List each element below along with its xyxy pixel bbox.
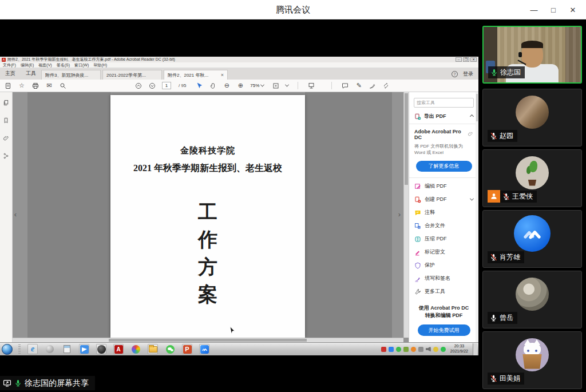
page-up-icon[interactable] [134,82,142,90]
file-explorer-icon[interactable] [148,344,158,354]
doc-tab-3-active[interactable]: 附件2、2021 年秋... × [164,70,228,80]
tool-comment[interactable]: 注释 [409,206,478,219]
horizontal-scrollbar[interactable] [13,338,403,342]
bookmarks-icon[interactable] [3,116,9,126]
comment-icon[interactable] [341,82,349,90]
tray-icon-orange[interactable] [411,347,416,352]
pencil-icon[interactable]: ✎ [355,82,363,90]
document-viewport[interactable]: 金陵科技学院 2021 年秋季学期新生报到、老生返校 工 作 方 案 [13,92,409,342]
layers-icon[interactable] [3,151,9,161]
tool-combine-files[interactable]: 合并文件 [409,219,478,232]
participant-tile-host[interactable]: 王爱侠 [482,149,582,207]
acrobat-reader-icon[interactable]: A [113,344,124,354]
doc-tab-label: 附件3、新冠肺炎疫... [45,72,97,78]
participant-name-pill: 徐志国 [488,66,525,78]
tool-more-tools[interactable]: 更多工具 [409,285,478,298]
tray-icon-shield[interactable] [403,347,409,352]
browser-sphere-icon[interactable] [96,344,106,354]
start-button[interactable] [2,344,13,355]
menu-window[interactable]: 窗口(W) [74,62,89,68]
maximize-button[interactable]: □ [544,0,563,19]
menu-help[interactable]: 帮助(H) [93,62,107,68]
powerpoint-icon[interactable]: P [182,344,192,354]
acrobat-close-button[interactable]: ✕ [470,57,477,62]
participant-tile[interactable]: 曾岳 [482,271,582,328]
tab-close-icon[interactable]: × [221,72,224,78]
minimize-button[interactable]: — [524,0,544,19]
tab-tools[interactable]: 工具 [21,70,41,80]
taskbar-clock[interactable]: 20:33 2021/9/22 [450,344,468,354]
page-thumbnails-icon[interactable] [3,98,9,108]
fill-sign-icon[interactable] [369,82,377,90]
chevron-down-icon[interactable] [470,197,474,201]
zoom-in-icon[interactable]: ⊕ [236,82,244,90]
doc-tab-2[interactable]: 2021-2022学年第... [102,70,162,80]
zoom-level-dropdown[interactable]: 75% [250,83,264,88]
page-display-icon[interactable] [307,82,315,90]
tencent-meeting-taskbar-icon[interactable] [199,344,209,354]
pdf-page[interactable]: 金陵科技学院 2021 年秋季学期新生报到、老生返校 工 作 方 案 [110,95,305,338]
participant-name: 徐志国 [500,68,521,77]
chevron-up-icon[interactable] [470,114,474,118]
internet-explorer-icon[interactable]: e [27,344,38,354]
search-icon[interactable] [59,82,67,90]
tool-create-pdf[interactable]: 创建 PDF [409,193,478,206]
acrobat-restore-button[interactable]: ❐ [463,57,469,62]
tools-search-input[interactable] [414,98,474,108]
learn-more-button[interactable]: 了解更多信息 [416,161,472,172]
menu-view[interactable]: 视图(V) [38,62,52,68]
scrollbar-thumb[interactable] [476,94,478,121]
tray-icon-red[interactable] [381,347,386,352]
select-tool-icon[interactable] [195,82,203,90]
feiq-messenger-icon[interactable] [79,344,89,354]
tray-icon-green[interactable] [396,347,401,352]
show-desktop-button[interactable] [473,343,477,355]
tool-redact[interactable]: 标记密文 [409,246,478,259]
mail-icon[interactable]: ✉ [45,82,53,90]
attachments-icon[interactable] [3,133,9,144]
tray-icon-yellow[interactable] [433,347,438,352]
print-icon[interactable] [31,82,39,90]
menu-edit[interactable]: 编辑(E) [21,62,34,68]
page-number-input[interactable]: 1 [162,82,171,89]
color-wheel-app-icon[interactable] [130,344,141,354]
participant-tile[interactable]: 肖芳雄 [482,210,582,268]
tray-icon-meeting[interactable] [389,347,394,352]
tool-protect[interactable]: 保护 [409,259,478,272]
participant-tile-active-speaker[interactable]: 徐志国 [482,26,582,84]
tray-icon-battery[interactable] [441,347,446,352]
login-button[interactable]: 登录 [463,70,473,78]
menu-sign[interactable]: 签名(S) [57,62,70,68]
tray-icon-display[interactable] [418,347,423,352]
send-sign-icon[interactable] [382,82,390,90]
menu-file[interactable]: 文件(F) [3,62,16,68]
tool-compress-pdf[interactable]: 压缩 PDF [409,232,478,246]
scrollbar-thumb[interactable] [405,93,408,185]
wechat-icon[interactable] [165,344,175,354]
previous-page-arrow[interactable]: ‹ [13,210,18,219]
page-down-icon[interactable] [148,82,156,90]
next-page-arrow[interactable]: › [397,210,402,219]
hand-tool-icon[interactable] [209,82,217,90]
doc-tab-1[interactable]: 附件3、新冠肺炎疫... [41,70,101,80]
free-trial-button[interactable]: 开始免费试用 [418,324,470,336]
calculator-icon[interactable] [62,344,72,354]
vertical-scrollbar[interactable] [403,92,409,338]
tool-fill-sign[interactable]: 填写和签名 [409,272,478,285]
tab-home[interactable]: 主页 [0,70,21,80]
volume-icon[interactable] [426,347,431,352]
star-icon[interactable]: ☆ [18,82,26,90]
participant-tile[interactable]: 田美娟 [482,331,582,389]
participant-tile[interactable]: 赵园 [482,89,582,146]
zoom-out-icon[interactable]: ⊖ [223,82,231,90]
save-icon[interactable] [4,82,12,90]
chevron-down-icon[interactable] [285,83,289,87]
export-pdf-row[interactable]: 导出 PDF [409,110,478,124]
acrobat-minimize-button[interactable]: – [456,57,462,62]
media-player-icon[interactable] [45,344,55,354]
help-icon[interactable]: ? [452,71,458,77]
tool-edit-pdf[interactable]: 编辑 PDF [409,180,478,193]
close-button[interactable]: ✕ [563,0,583,19]
scrollbar-thumb[interactable] [109,339,307,342]
fit-page-icon[interactable] [272,82,280,90]
